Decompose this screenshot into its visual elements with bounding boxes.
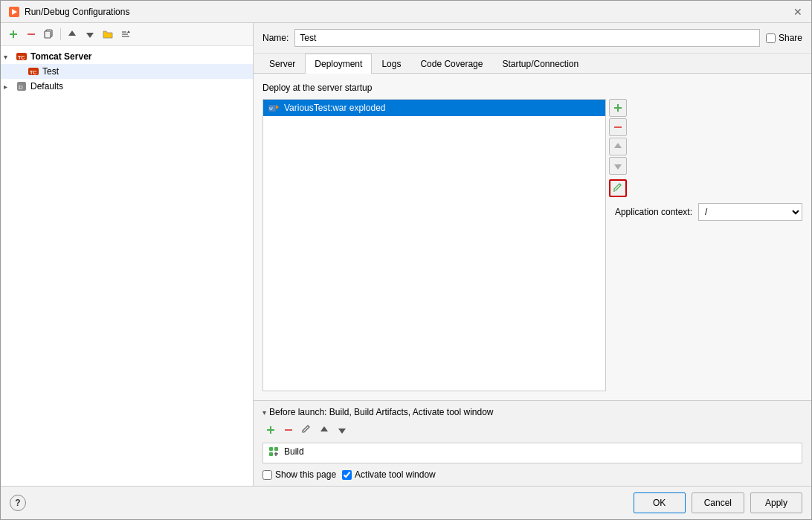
svg-text:W: W — [269, 106, 273, 111]
deploy-area: W VariousTest:war exploded — [262, 99, 802, 391]
deploy-list-item[interactable]: W VariousTest:war exploded — [263, 100, 605, 116]
share-label: Share — [779, 33, 802, 43]
expand-arrow: ▾ — [4, 53, 16, 61]
svg-rect-6 — [45, 31, 51, 38]
folder-icon — [103, 29, 113, 39]
show-page-row: Show this page Activate tool window — [262, 469, 802, 480]
help-button[interactable]: ? — [10, 495, 26, 511]
svg-marker-32 — [320, 426, 328, 431]
name-label: Name: — [262, 33, 289, 43]
cancel-button[interactable]: Cancel — [692, 492, 744, 513]
tabs-row: Server Deployment Logs Code Coverage Sta… — [254, 54, 811, 74]
show-page-checkbox-item: Show this page — [262, 469, 336, 480]
deploy-remove-icon — [613, 122, 623, 132]
deploy-add-button[interactable] — [609, 99, 627, 117]
deploy-list: W VariousTest:war exploded — [262, 99, 606, 391]
svg-marker-7 — [68, 31, 76, 36]
deploy-edit-button[interactable] — [609, 179, 627, 197]
left-toolbar — [1, 23, 253, 46]
tomcat-server-label: Tomcat Server — [30, 51, 91, 62]
ok-button[interactable]: OK — [634, 492, 686, 513]
side-button-group — [609, 99, 802, 197]
test-config-label: Test — [42, 66, 59, 77]
share-checkbox[interactable] — [766, 33, 776, 43]
svg-marker-8 — [86, 33, 94, 38]
svg-text:D: D — [19, 84, 23, 91]
deploy-down-button[interactable] — [609, 157, 627, 175]
move-to-folder-button[interactable] — [100, 26, 116, 42]
bl-remove-button[interactable] — [280, 422, 297, 438]
move-down-button[interactable] — [82, 26, 98, 42]
activate-tool-checkbox-item: Activate tool window — [342, 469, 436, 480]
remove-config-button[interactable] — [23, 26, 39, 42]
tab-server[interactable]: Server — [260, 54, 305, 74]
tab-startup-connection[interactable]: Startup/Connection — [492, 54, 588, 74]
svg-marker-25 — [614, 143, 622, 148]
war-exploded-icon: W — [268, 102, 280, 114]
edit-icon — [613, 183, 623, 193]
deploy-up-button[interactable] — [609, 138, 627, 155]
test-config-icon: TC — [28, 65, 39, 77]
bl-add-button[interactable] — [262, 422, 279, 438]
svg-text:TC: TC — [18, 55, 25, 60]
tab-code-coverage[interactable]: Code Coverage — [410, 54, 492, 74]
bottom-left: ? — [10, 495, 26, 511]
copy-icon — [44, 29, 54, 39]
svg-rect-34 — [269, 447, 273, 451]
app-context-label: Application context: — [615, 207, 692, 217]
bottom-bar: ? OK Cancel Apply — [1, 486, 811, 519]
down-arrow-icon — [85, 29, 95, 39]
before-launch-arrow[interactable]: ▾ — [262, 408, 266, 417]
svg-rect-35 — [274, 447, 278, 451]
add-icon — [8, 29, 19, 39]
app-context-select[interactable]: / — [698, 203, 802, 221]
bl-up-icon — [319, 425, 329, 435]
bl-item-label: Build — [284, 446, 304, 457]
dialog-title: Run/Debug Configurations — [25, 7, 129, 17]
show-page-label: Show this page — [275, 469, 336, 480]
tree-item-test[interactable]: ▸ TC Test — [1, 64, 253, 79]
toolbar-separator — [60, 28, 61, 40]
deploy-item-label: VariousTest:war exploded — [284, 103, 386, 113]
title-bar: Run/Debug Configurations ✕ — [1, 1, 811, 23]
defaults-arrow: ▸ — [4, 83, 16, 91]
before-launch-toolbar — [262, 422, 802, 438]
dialog-body: ▾ TC Tomcat Server ▸ TC Test — [1, 23, 811, 486]
defaults-label: Defaults — [30, 81, 63, 92]
name-input[interactable] — [294, 29, 760, 47]
copy-config-button[interactable] — [41, 26, 57, 42]
before-launch-header: ▾ Before launch: Build, Build Artifacts,… — [262, 407, 802, 417]
bl-edit-button[interactable] — [298, 422, 315, 438]
defaults-icon: D — [16, 80, 28, 92]
right-panel: Name: Share Server Deployment Logs Code … — [254, 23, 811, 486]
svg-marker-26 — [614, 164, 622, 170]
svg-line-27 — [619, 184, 621, 185]
bl-item-build[interactable]: Build — [263, 443, 802, 460]
tree-item-tomcat-server[interactable]: ▾ TC Tomcat Server — [1, 49, 253, 64]
before-launch-title: Before launch: Build, Build Artifacts, A… — [269, 407, 494, 417]
bl-down-button[interactable] — [334, 422, 350, 438]
bottom-right: OK Cancel Apply — [634, 492, 802, 513]
sort-button[interactable] — [117, 26, 134, 42]
deploy-section-label: Deploy at the server startup — [262, 83, 802, 93]
activate-tool-checkbox[interactable] — [342, 470, 352, 480]
sort-icon — [120, 29, 131, 39]
tree-item-defaults[interactable]: ▸ D Defaults — [1, 79, 253, 94]
bl-edit-icon — [301, 425, 312, 435]
deploy-remove-button[interactable] — [609, 118, 627, 136]
tomcat-icon: TC — [16, 51, 28, 62]
tab-logs[interactable]: Logs — [372, 54, 410, 74]
close-button[interactable]: ✕ — [792, 6, 804, 18]
tab-deployment[interactable]: Deployment — [305, 54, 372, 74]
show-page-checkbox[interactable] — [262, 470, 272, 480]
apply-button[interactable]: Apply — [750, 492, 802, 513]
up-arrow-icon — [67, 29, 77, 39]
deploy-add-icon — [613, 103, 623, 113]
move-up-button[interactable] — [64, 26, 80, 42]
svg-marker-12 — [127, 31, 130, 33]
before-launch-list: Build — [262, 443, 802, 463]
deploy-down-icon — [613, 161, 623, 171]
bl-up-button[interactable] — [316, 422, 332, 438]
add-config-button[interactable] — [5, 26, 22, 42]
svg-marker-20 — [276, 105, 279, 109]
